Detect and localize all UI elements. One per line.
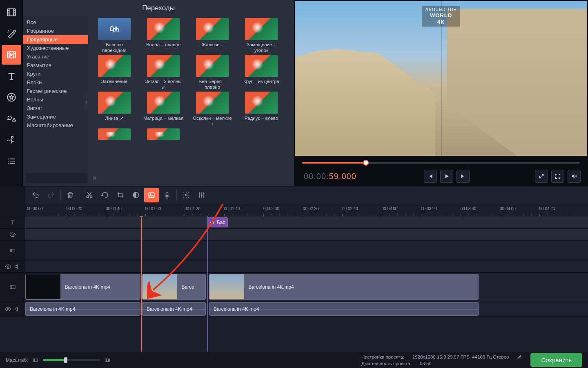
cat-fade[interactable]: Угасание: [23, 52, 88, 61]
transition-darken[interactable]: Затемнение: [94, 55, 135, 90]
transition-replace-corner[interactable]: Замещение – уголок: [241, 18, 282, 53]
cat-zoom[interactable]: Масштабирование: [23, 121, 88, 130]
transition-partial-1[interactable]: [94, 128, 135, 140]
equalizer-button[interactable]: [194, 188, 209, 202]
cat-circles[interactable]: Круги: [23, 70, 88, 78]
image-button[interactable]: [144, 188, 159, 202]
title-track-head[interactable]: [0, 216, 25, 228]
cat-fav[interactable]: Избранное: [23, 27, 88, 35]
svg-point-13: [12, 234, 13, 236]
svg-rect-16: [10, 285, 15, 289]
delete-button[interactable]: [63, 188, 78, 202]
edit-toolbar: [0, 186, 588, 204]
tool-list[interactable]: [2, 151, 21, 171]
transition-blinds[interactable]: Жалюзи ↓: [192, 18, 233, 53]
save-button[interactable]: Сохранить: [530, 353, 582, 367]
cat-zigzag[interactable]: Зигзаг: [23, 104, 88, 112]
transition-circle-center[interactable]: Круг – из центра: [241, 55, 282, 90]
tool-media[interactable]: [2, 2, 21, 22]
transition-lens[interactable]: Линза ↗: [94, 92, 135, 127]
cat-artistic[interactable]: Художественные: [23, 44, 88, 52]
audio-clip-3[interactable]: Barcelona in 4K.mp4: [209, 302, 479, 316]
tool-stickers[interactable]: [2, 88, 21, 107]
tool-motion[interactable]: [2, 130, 21, 150]
fullscreen-button[interactable]: [551, 170, 564, 183]
video-track-controls[interactable]: [0, 301, 25, 316]
crop-button[interactable]: [113, 188, 128, 202]
clip-settings-button[interactable]: [179, 188, 194, 202]
play-button[interactable]: [440, 170, 453, 183]
detach-button[interactable]: [535, 170, 548, 183]
rotate-button[interactable]: [98, 188, 112, 202]
transitions-browser: Переходы Все Избранное Популярные Художе…: [23, 0, 294, 186]
zoom-slider[interactable]: [43, 359, 100, 361]
audio-clip-1[interactable]: Barcelona in 4K.mp4: [25, 302, 140, 316]
category-list: Все Избранное Популярные Художественные …: [23, 16, 88, 186]
video-clip-3[interactable]: Barcelona in 4K.mp4: [209, 274, 479, 300]
transition-matrix-small[interactable]: Матрица – мелкая: [143, 92, 184, 127]
edit-settings-icon[interactable]: [517, 355, 522, 360]
title-track-visibility[interactable]: [0, 229, 25, 240]
search-clear[interactable]: ✕: [92, 175, 97, 181]
ruler-tick: 00:03:40: [461, 206, 477, 211]
search-input[interactable]: [31, 175, 92, 181]
cat-blur[interactable]: Размытие: [23, 61, 88, 70]
transition-partial-2[interactable]: [143, 128, 184, 140]
color-button[interactable]: [129, 188, 143, 202]
zoom-out-icon[interactable]: [32, 357, 39, 364]
volume-button[interactable]: [568, 170, 581, 183]
next-frame-button[interactable]: [457, 170, 470, 183]
seek-bar[interactable]: [294, 159, 588, 166]
cat-waves[interactable]: Волны: [23, 95, 88, 104]
ruler-tick: 00:01:20: [185, 206, 200, 211]
tool-shapes[interactable]: [2, 109, 21, 128]
cat-popular[interactable]: Популярные: [23, 35, 88, 44]
search-row: ✕: [26, 173, 87, 183]
linked-track-head[interactable]: [0, 241, 25, 260]
tool-fx[interactable]: [2, 24, 21, 43]
seek-handle[interactable]: [363, 160, 369, 166]
svg-rect-11: [166, 192, 168, 196]
title-clip[interactable]: Ŧт Бар: [207, 217, 228, 227]
preview-video[interactable]: AROUND THE WORLD 4K: [295, 1, 587, 156]
zoom-handle[interactable]: [64, 357, 67, 363]
tool-transitions[interactable]: [2, 45, 21, 65]
undo-button[interactable]: [28, 188, 43, 202]
store-icon: 🛍: [98, 18, 131, 40]
timecode: 00:00:59.000: [301, 171, 359, 182]
cut-button[interactable]: [82, 188, 97, 202]
ruler-tick: 00:03:20: [421, 206, 437, 211]
zoom-label: Масштаб:: [6, 357, 28, 363]
timeline-ruler[interactable]: 00:00:0000:00:2000:00:4000:01:0000:01:20…: [25, 204, 588, 216]
video-track-head[interactable]: [0, 273, 25, 301]
audio-clip-2[interactable]: Barcelona in 4K.mp4: [142, 302, 206, 316]
transition-radius-left[interactable]: Радиус – влево: [241, 92, 282, 127]
linked-track-controls[interactable]: [0, 260, 25, 272]
svg-point-17: [7, 308, 9, 310]
collapse-categories[interactable]: ‹: [84, 93, 89, 110]
ruler-tick: 00:03:00: [382, 206, 398, 211]
transition-wave-smooth[interactable]: Волна – плавно: [143, 18, 184, 53]
transition-more[interactable]: 🛍Больше переходов!: [94, 18, 135, 53]
video-clip-2[interactable]: Barce: [142, 274, 206, 300]
svg-rect-18: [33, 359, 38, 361]
prev-frame-button[interactable]: [424, 170, 437, 183]
ruler-tick: 00:04:20: [539, 206, 555, 211]
transition-shards-small[interactable]: Осколки – мелкие ↑: [192, 92, 233, 127]
video-clip-1[interactable]: Barcelona in 4K.mp4: [25, 274, 140, 300]
tracks: Ŧт Бар: [0, 216, 588, 352]
mic-button[interactable]: [160, 188, 174, 202]
transition-zigzag-2[interactable]: Зигзаг – 2 волны ↙: [143, 55, 184, 90]
title-clip-icon: Ŧт: [208, 220, 216, 225]
cat-geometric[interactable]: Геометрические: [23, 87, 88, 95]
cat-all[interactable]: Все: [23, 18, 88, 27]
left-tool-rail: [0, 0, 23, 186]
cat-blocks[interactable]: Блоки: [23, 78, 88, 87]
watermark: AROUND THE WORLD 4K: [422, 6, 460, 27]
cat-replace[interactable]: Замещение: [23, 112, 88, 121]
svg-point-12: [185, 194, 187, 196]
redo-button[interactable]: [44, 188, 58, 202]
transition-kenburns[interactable]: Кен Бернс – плавно: [192, 55, 233, 90]
tool-text[interactable]: [2, 66, 21, 86]
zoom-in-icon[interactable]: [104, 357, 111, 364]
